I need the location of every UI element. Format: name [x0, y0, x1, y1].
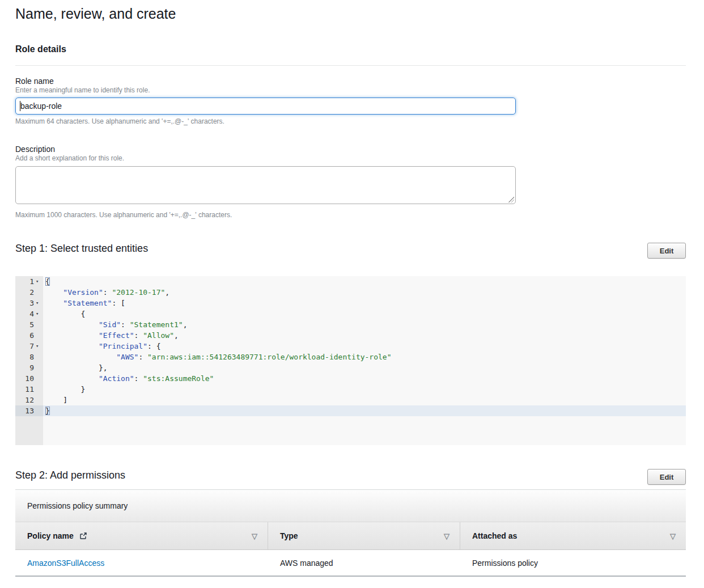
role-name-label: Role name: [15, 76, 54, 86]
description-textarea[interactable]: [15, 166, 516, 204]
code-line-text: "Effect": "Allow",: [43, 330, 686, 341]
policy-editor[interactable]: 1▾{2 "Version": "2012-10-17",3▾ "Stateme…: [15, 276, 686, 445]
step2-edit-button[interactable]: Edit: [647, 469, 686, 485]
editor-line: 9 },: [15, 362, 686, 373]
step2-heading: Step 2: Add permissions: [15, 468, 125, 482]
description-label: Description: [15, 144, 55, 154]
code-line-text: "Version": "2012-10-17",: [43, 287, 686, 298]
line-number: 1: [15, 276, 36, 287]
code-line-text: "Action": "sts:AssumeRole": [43, 373, 686, 384]
fold-toggle-icon[interactable]: ▾: [36, 298, 43, 308]
editor-line: 12 ]: [15, 395, 686, 405]
text-cursor: [20, 101, 20, 111]
line-number: 5: [15, 319, 36, 330]
line-number: 12: [15, 395, 36, 405]
permissions-panel-title: Permissions policy summary: [27, 501, 128, 510]
editor-line: 1▾{: [15, 276, 686, 287]
line-number: 3: [15, 298, 36, 308]
role-name-help: Enter a meaningful name to identify this…: [15, 86, 150, 95]
description-hint: Maximum 1000 characters. Use alphanumeri…: [15, 211, 232, 219]
role-name-hint: Maximum 64 characters. Use alphanumeric …: [15, 117, 224, 126]
editor-line: 13}: [15, 405, 686, 416]
code-line-text: {: [43, 276, 686, 287]
cell-policy-name: AmazonS3FullAccess: [15, 550, 268, 576]
permissions-table-header: Policy name ▽ Type ▽ Attached as ▽: [15, 522, 686, 550]
editor-line: 8 "AWS": "arn:aws:iam::541263489771:role…: [15, 352, 686, 362]
fold-toggle-icon[interactable]: ▾: [36, 308, 43, 319]
code-line-text: {: [43, 308, 686, 319]
code-line-text: }: [43, 405, 686, 416]
line-number: 8: [15, 352, 36, 362]
column-header-attached-as[interactable]: Attached as ▽: [460, 522, 686, 549]
step1-heading: Step 1: Select trusted entities: [15, 242, 148, 255]
code-line-text: "Sid": "Statement1",: [43, 319, 686, 330]
column-header-type[interactable]: Type ▽: [268, 522, 460, 549]
step1-edit-button[interactable]: Edit: [647, 243, 686, 259]
permissions-panel-header: Permissions policy summary: [15, 490, 686, 522]
external-link-icon: [79, 532, 87, 542]
sort-icon: ▽: [444, 532, 449, 540]
role-name-input-wrap: [15, 98, 516, 115]
column-header-policy-name[interactable]: Policy name ▽: [15, 522, 268, 549]
line-number: 4: [15, 308, 36, 319]
code-line-text: "Statement": [: [43, 298, 686, 308]
line-number: 2: [15, 287, 36, 298]
editor-line: 3▾ "Statement": [: [15, 298, 686, 308]
editor-line: 6 "Effect": "Allow",: [15, 330, 686, 341]
line-number: 9: [15, 362, 36, 373]
resize-handle-icon[interactable]: [507, 196, 514, 202]
role-details-divider: [15, 65, 686, 66]
editor-line: 10 "Action": "sts:AssumeRole": [15, 373, 686, 384]
code-line-text: },: [43, 362, 686, 373]
table-row: AmazonS3FullAccess AWS managed Permissio…: [15, 550, 686, 577]
line-number: 6: [15, 330, 36, 341]
line-number: 13: [15, 405, 36, 416]
sort-icon: ▽: [670, 532, 676, 540]
policy-link[interactable]: AmazonS3FullAccess: [27, 559, 104, 568]
cell-attached-as: Permissions policy: [460, 550, 686, 576]
editor-line: 4▾ {: [15, 308, 686, 319]
editor-line: 5 "Sid": "Statement1",: [15, 319, 686, 330]
role-name-input[interactable]: [15, 98, 516, 115]
cell-type: AWS managed: [268, 550, 460, 576]
fold-toggle-icon[interactable]: ▾: [36, 341, 43, 352]
page-title: Name, review, and create: [15, 5, 176, 23]
editor-line: 7▾ "Principal": {: [15, 341, 686, 352]
description-help: Add a short explanation for this role.: [15, 154, 124, 163]
code-line-text: ]: [43, 395, 686, 405]
line-number: 7: [15, 341, 36, 352]
code-line-text: "AWS": "arn:aws:iam::541263489771:role/w…: [43, 352, 686, 362]
fold-toggle-icon[interactable]: ▾: [36, 276, 43, 287]
sort-icon: ▽: [252, 532, 257, 540]
editor-line: 2 "Version": "2012-10-17",: [15, 287, 686, 298]
code-line-text: "Principal": {: [43, 341, 686, 352]
editor-line: 11 }: [15, 384, 686, 395]
line-number: 11: [15, 384, 36, 395]
role-details-heading: Role details: [15, 44, 66, 54]
name-review-create-page: Name, review, and create Role details Ro…: [0, 0, 704, 588]
code-line-text: }: [43, 384, 686, 395]
line-number: 10: [15, 373, 36, 384]
